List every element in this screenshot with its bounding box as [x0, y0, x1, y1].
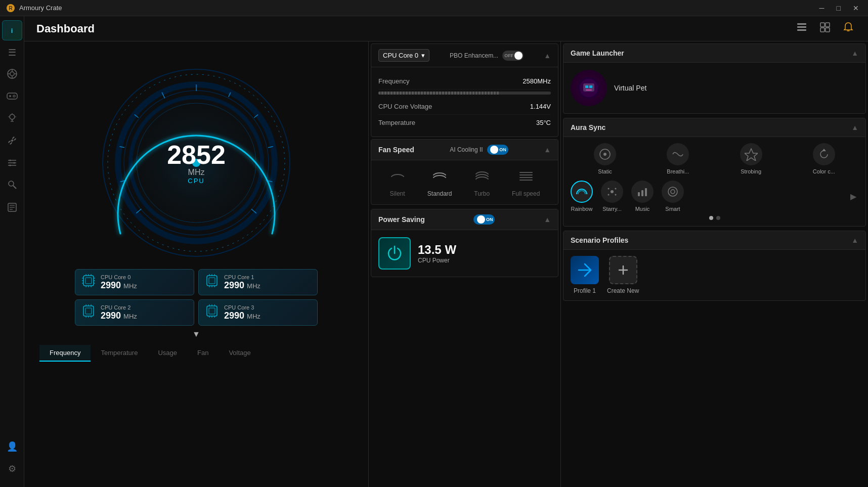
sidebar-item-fan-tune[interactable]	[2, 131, 22, 152]
aura-sync-panel: Aura Sync ▲	[563, 118, 866, 227]
aura-dot-2	[716, 216, 720, 220]
voltage-row: CPU Core Voltage 1.144V	[378, 99, 551, 115]
scenario-profiles-title: Scenario Profiles	[571, 236, 628, 244]
cpu-core-3-icon	[205, 304, 219, 321]
header-actions	[794, 20, 856, 37]
sidebar-item-lighting[interactable]	[2, 109, 22, 129]
aura-effect-static[interactable]: Static	[571, 143, 639, 174]
pbo-toggle[interactable]: OFF	[502, 51, 524, 61]
svg-rect-60	[85, 278, 92, 284]
cpu-cores: CPU Core 0 2990 MHz	[75, 269, 318, 326]
update-icon	[7, 202, 17, 215]
sidebar-item-armoury[interactable]	[2, 65, 22, 85]
svg-rect-116	[638, 192, 640, 196]
maximize-button[interactable]: □	[834, 3, 844, 13]
fan-panel-header: Fan Speed AI Cooling II ON ▲	[371, 140, 558, 160]
aura-effect-starry[interactable]: Starry...	[601, 181, 623, 212]
strobing-label: Strobing	[741, 168, 761, 174]
sidebar-item-profile[interactable]: 👤	[2, 436, 22, 457]
notification-button[interactable]	[841, 20, 856, 37]
sidebar-bottom: 👤 ⚙	[2, 436, 22, 487]
profile-item-1[interactable]: Profile 1	[571, 256, 599, 294]
aura-effect-breathing[interactable]: Breathi...	[643, 143, 712, 174]
scenario-profiles-collapse[interactable]: ▲	[851, 236, 858, 244]
aura-effect-strobing[interactable]: Strobing	[717, 143, 786, 174]
fan-silent-icon	[389, 167, 406, 187]
profile-1-icon	[571, 256, 599, 284]
cpu-core-3-info: CPU Core 3 2990 MHz	[224, 304, 261, 321]
fan-turbo-label: Turbo	[474, 190, 490, 197]
music-icon	[631, 181, 654, 203]
fan-mode-turbo[interactable]: Turbo	[474, 167, 490, 197]
svg-rect-82	[85, 308, 92, 314]
fan-panel-collapse[interactable]: ▲	[544, 146, 551, 154]
aura-effect-smart[interactable]: Smart	[662, 181, 684, 212]
app-body: i ☰	[0, 16, 868, 487]
game-name: Virtual Pet	[614, 84, 646, 92]
temperature-value: 35°C	[536, 119, 551, 126]
svg-point-12	[10, 114, 15, 119]
fan-mode-fullspeed[interactable]: Full speed	[512, 167, 540, 197]
cpu-core-3-name: CPU Core 3	[224, 304, 261, 311]
svg-point-3	[10, 72, 14, 76]
lighting-icon	[7, 113, 17, 126]
fan-toggle[interactable]: ON	[487, 145, 508, 155]
svg-rect-117	[641, 190, 643, 196]
svg-point-23	[13, 162, 15, 163]
aura-effect-rainbow[interactable]: Rainbow	[571, 181, 593, 212]
frequency-bar-fill	[378, 92, 499, 95]
game-launcher-collapse[interactable]: ▲	[851, 49, 858, 57]
profile-create-new[interactable]: Create New	[607, 256, 639, 294]
sidebar-item-settings[interactable]: ⚙	[2, 459, 22, 479]
sidebar-item-home[interactable]: i	[2, 20, 22, 40]
svg-rect-59	[83, 276, 94, 286]
svg-point-114	[608, 194, 610, 196]
aura-sync-collapse[interactable]: ▲	[851, 123, 858, 131]
list-view-button[interactable]	[794, 20, 809, 37]
cpu-panel-body: Frequency 2580MHz CPU Core Voltage 1.144…	[371, 67, 558, 137]
create-new-label: Create New	[607, 287, 639, 294]
close-button[interactable]: ✕	[850, 3, 862, 13]
tab-frequency[interactable]: Frequency	[39, 345, 91, 362]
tab-usage[interactable]: Usage	[148, 345, 187, 362]
tab-temperature[interactable]: Temperature	[91, 345, 148, 362]
svg-point-9	[13, 95, 15, 97]
sidebar-item-update[interactable]	[2, 198, 22, 218]
tab-fan[interactable]: Fan	[187, 345, 219, 362]
sidebar-item-tools[interactable]	[2, 154, 22, 174]
cpu-core-2-info: CPU Core 2 2990 MHz	[101, 304, 137, 321]
breathing-icon	[667, 143, 689, 165]
svg-point-113	[615, 188, 617, 190]
aura-effects-row1: Static Breathi...	[571, 143, 858, 174]
cpu-panel-collapse[interactable]: ▲	[544, 52, 551, 60]
sidebar-item-keystone[interactable]	[2, 176, 22, 196]
grid-view-button[interactable]	[817, 20, 833, 37]
game-app-icon[interactable]	[571, 70, 607, 106]
minimize-button[interactable]: ─	[816, 3, 828, 13]
aura-effect-color-cycle[interactable]: Color c...	[790, 143, 858, 174]
voltage-label: CPU Core Voltage	[378, 103, 432, 110]
fan-turbo-icon	[474, 167, 490, 187]
cpu-core-dropdown[interactable]: CPU Core 0 ▾	[378, 49, 429, 62]
aura-effect-music[interactable]: Music	[631, 181, 654, 212]
starry-icon	[601, 181, 623, 203]
pbo-toggle-knob	[514, 52, 523, 60]
power-toggle[interactable]: ON	[473, 214, 495, 225]
cpu-core-1-icon	[205, 274, 219, 291]
fan-mode-silent[interactable]: Silent	[389, 167, 406, 197]
game-icon	[7, 92, 18, 103]
cpu-panel-header: CPU Core 0 ▾ PBO Enhancem... OFF ▲	[371, 44, 558, 67]
tools-icon	[7, 158, 17, 170]
svg-rect-31	[797, 23, 806, 25]
frequency-value: 2580MHz	[523, 77, 551, 85]
sidebar-item-game[interactable]	[2, 87, 22, 107]
settings-icon: ⚙	[8, 463, 16, 474]
aura-dot-1	[709, 216, 713, 220]
sidebar-item-devices[interactable]: ☰	[2, 42, 22, 63]
fan-toggle-label: ON	[499, 147, 506, 152]
fan-mode-standard[interactable]: Standard	[427, 167, 452, 197]
tab-voltage[interactable]: Voltage	[219, 345, 261, 362]
expand-cores-button[interactable]: ▼	[192, 330, 200, 339]
aura-next-arrow[interactable]: ▶	[848, 190, 858, 203]
power-panel-collapse[interactable]: ▲	[544, 215, 551, 224]
